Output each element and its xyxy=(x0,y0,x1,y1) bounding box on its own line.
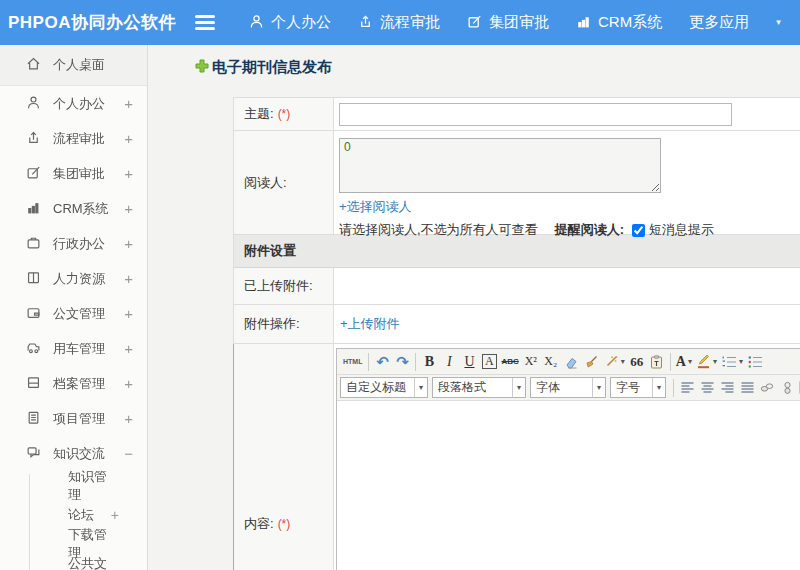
nav-label: CRM系统 xyxy=(598,13,662,32)
sidebar-item-documents[interactable]: 公文管理 + xyxy=(0,296,147,331)
caret-down-icon: ▾ xyxy=(739,357,743,366)
align-justify-icon[interactable] xyxy=(737,377,757,399)
subject-input[interactable] xyxy=(339,103,732,126)
upload-attachment-link[interactable]: +上传附件 xyxy=(340,315,400,333)
folder-icon xyxy=(26,305,53,323)
nav-workflow-approval[interactable]: 流程审批 xyxy=(358,13,440,32)
sidebar-item-projects[interactable]: 项目管理 + xyxy=(0,401,147,436)
menu-toggle-icon[interactable] xyxy=(195,15,215,30)
redo-icon[interactable]: ↷ xyxy=(392,351,412,373)
caret-down-icon[interactable]: ▾ xyxy=(776,18,781,27)
align-left-icon[interactable] xyxy=(677,377,697,399)
expand-icon[interactable]: + xyxy=(124,375,133,392)
expand-icon[interactable]: + xyxy=(124,235,133,252)
expand-icon[interactable]: + xyxy=(124,165,133,182)
person-icon xyxy=(26,95,53,113)
strikethrough-button[interactable]: ABC xyxy=(499,351,520,373)
sidebar-sublabel: 论坛 xyxy=(68,506,111,524)
caret-down-icon: ▾ xyxy=(713,357,717,366)
paste-clipboard-icon[interactable] xyxy=(647,351,667,373)
sidebar-subitem-public-cabinet[interactable]: 公共文件柜 xyxy=(0,558,147,570)
align-center-icon[interactable] xyxy=(697,377,717,399)
editor-toolbar-row2: 自定义标题 ▾ 段落格式 ▾ 字体 ▾ 字号 ▾ xyxy=(337,375,800,401)
sms-remind-label: 短消息提示 xyxy=(649,221,714,239)
sms-remind-checkbox[interactable] xyxy=(632,224,645,237)
expand-icon[interactable]: + xyxy=(124,340,133,357)
font-size-select[interactable]: 字号 ▾ xyxy=(610,377,666,398)
sidebar-label: 个人办公 xyxy=(53,95,124,113)
sidebar-item-admin-office[interactable]: 行政办公 + xyxy=(0,226,147,261)
expand-icon[interactable]: + xyxy=(124,305,133,322)
insert-link-icon[interactable] xyxy=(757,377,777,399)
nav-more-apps[interactable]: 更多应用 xyxy=(689,13,749,32)
person-icon xyxy=(249,14,264,32)
eraser-icon[interactable] xyxy=(561,351,581,373)
heading-select[interactable]: 自定义标题 ▾ xyxy=(340,377,428,398)
bullet-list-icon[interactable] xyxy=(745,351,765,373)
sidebar-label: 集团审批 xyxy=(53,165,124,183)
collapse-icon[interactable]: − xyxy=(124,445,133,462)
sidebar-item-group-approval[interactable]: 集团审批 + xyxy=(0,156,147,191)
editor-content-area[interactable] xyxy=(337,401,800,570)
caret-down-icon: ▾ xyxy=(688,357,692,366)
magic-wand-icon[interactable]: ▾ xyxy=(601,351,627,373)
subject-row: 主题: (*) xyxy=(233,98,800,131)
nav-label: 流程审批 xyxy=(380,13,440,32)
sidebar-item-personal-office[interactable]: 个人办公 + xyxy=(0,86,147,121)
sidebar-item-archives[interactable]: 档案管理 + xyxy=(0,366,147,401)
expand-icon[interactable]: + xyxy=(111,507,119,523)
readers-label: 阅读人: xyxy=(234,131,334,234)
font-color-button[interactable]: A ▾ xyxy=(674,351,694,373)
format-brush-icon[interactable] xyxy=(581,351,601,373)
font-style-button[interactable]: A xyxy=(482,354,497,369)
select-readers-link[interactable]: +选择阅读人 xyxy=(339,198,412,216)
readers-row: 阅读人: 0 +选择阅读人 请选择阅读人,不选为所有人可查看 提醒阅读人: 短消… xyxy=(233,131,800,235)
expand-icon[interactable]: + xyxy=(124,95,133,112)
ordered-list-icon[interactable]: ▾ xyxy=(719,351,745,373)
nav-crm[interactable]: CRM系统 xyxy=(576,13,662,32)
subject-label: 主题: (*) xyxy=(234,98,334,130)
highlight-color-icon[interactable]: ▾ xyxy=(694,351,719,373)
blockquote-button[interactable]: 66 xyxy=(627,351,647,373)
content-label: 内容: (*) xyxy=(234,344,334,570)
nav-personal-office[interactable]: 个人办公 xyxy=(249,13,331,32)
readers-textarea[interactable]: 0 xyxy=(339,138,661,193)
html-source-button[interactable]: HTML xyxy=(340,351,365,373)
sidebar-item-hr[interactable]: 人力资源 + xyxy=(0,261,147,296)
sidebar-item-knowledge[interactable]: 知识交流 − xyxy=(0,436,147,471)
paragraph-format-select[interactable]: 段落格式 ▾ xyxy=(432,377,526,398)
superscript-button[interactable]: X² xyxy=(521,351,541,373)
expand-icon[interactable]: + xyxy=(124,200,133,217)
sidebar-item-crm[interactable]: CRM系统 + xyxy=(0,191,147,226)
align-right-icon[interactable] xyxy=(717,377,737,399)
bold-button[interactable]: B xyxy=(419,351,439,373)
sidebar-submenu-knowledge: 知识管理 论坛 + 下载管理 公共文件柜 xyxy=(0,471,147,570)
font-family-select[interactable]: 字体 ▾ xyxy=(530,377,606,398)
remove-link-icon[interactable] xyxy=(777,377,797,399)
underline-button[interactable]: U xyxy=(459,351,479,373)
sidebar-label: 人力资源 xyxy=(53,270,124,288)
caret-down-icon: ▾ xyxy=(414,378,427,397)
sidebar-label: 行政办公 xyxy=(53,235,124,253)
expand-icon[interactable]: + xyxy=(124,410,133,427)
attachment-action-label: 附件操作: xyxy=(234,305,334,343)
sidebar-item-vehicle[interactable]: 用车管理 + xyxy=(0,331,147,366)
undo-icon[interactable]: ↶ xyxy=(372,351,392,373)
uploaded-attachments-label: 已上传附件: xyxy=(234,268,334,304)
sidebar-item-workflow[interactable]: 流程审批 + xyxy=(0,121,147,156)
sidebar-label: 公文管理 xyxy=(53,305,124,323)
expand-icon[interactable]: + xyxy=(124,270,133,287)
sidebar-subitem-knowledge-mgmt[interactable]: 知识管理 xyxy=(0,471,147,500)
add-plus-icon xyxy=(195,59,209,76)
bar-chart-icon xyxy=(576,14,591,32)
home-icon xyxy=(26,56,53,74)
nav-label: 个人办公 xyxy=(271,13,331,32)
nav-group-approval[interactable]: 集团审批 xyxy=(467,13,549,32)
expand-icon[interactable]: + xyxy=(124,130,133,147)
sidebar-label: 个人桌面 xyxy=(53,56,133,74)
subscript-button[interactable]: X₂ xyxy=(541,351,561,373)
italic-button[interactable]: I xyxy=(439,351,459,373)
sidebar-item-desktop[interactable]: 个人桌面 xyxy=(0,45,147,86)
workflow-icon xyxy=(26,130,53,148)
page-title-text: 电子期刊信息发布 xyxy=(212,58,332,77)
